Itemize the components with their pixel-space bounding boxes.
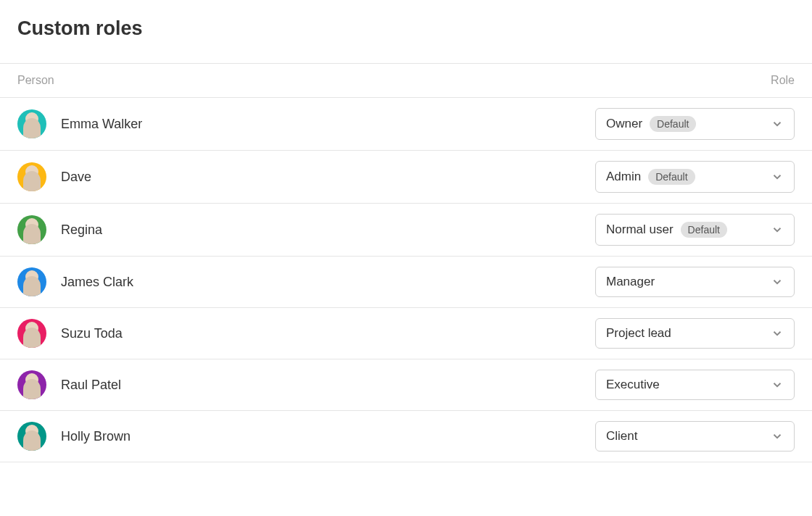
avatar xyxy=(17,422,46,451)
person-name: James Clark xyxy=(61,275,133,290)
table-row-0: Emma Walker Owner Default xyxy=(0,98,812,151)
chevron-down-icon xyxy=(771,223,784,236)
role-select[interactable]: Admin Default xyxy=(595,161,795,193)
table-header: Person Role xyxy=(0,63,812,98)
person-cell: Dave xyxy=(17,162,91,191)
table-row-5: Raul Patel Executive xyxy=(0,359,812,411)
chevron-down-icon xyxy=(771,170,784,183)
avatar xyxy=(17,109,46,138)
person-cell: Regina xyxy=(17,215,102,244)
role-label: Owner xyxy=(606,117,642,131)
table-row-1: Dave Admin Default xyxy=(0,151,812,204)
role-label: Executive xyxy=(606,378,660,392)
role-select[interactable]: Owner Default xyxy=(595,108,795,140)
column-role-label: Role xyxy=(771,74,795,87)
person-name: Holly Brown xyxy=(61,429,130,444)
person-name: Emma Walker xyxy=(61,117,142,132)
avatar xyxy=(17,267,46,296)
chevron-down-icon xyxy=(771,378,784,391)
avatar xyxy=(17,319,46,348)
chevron-down-icon xyxy=(771,327,784,340)
default-badge: Default xyxy=(650,116,696,132)
default-badge: Default xyxy=(681,222,727,238)
person-cell: Emma Walker xyxy=(17,109,142,138)
person-name: Suzu Toda xyxy=(61,326,123,341)
avatar xyxy=(17,215,46,244)
person-name: Raul Patel xyxy=(61,378,121,393)
table-row-3: James Clark Manager xyxy=(0,257,812,308)
person-cell: James Clark xyxy=(17,267,133,296)
table-row-4: Suzu Toda Project lead xyxy=(0,308,812,359)
avatar xyxy=(17,162,46,191)
avatar xyxy=(17,370,46,399)
person-cell: Suzu Toda xyxy=(17,319,123,348)
role-select[interactable]: Executive xyxy=(595,370,795,400)
person-name: Regina xyxy=(61,222,102,238)
person-cell: Holly Brown xyxy=(17,422,130,451)
role-label: Manager xyxy=(606,275,655,289)
table-row-6: Holly Brown Client xyxy=(0,411,812,462)
chevron-down-icon xyxy=(771,430,784,443)
role-select[interactable]: Client xyxy=(595,421,795,452)
person-cell: Raul Patel xyxy=(17,370,121,399)
person-name: Dave xyxy=(61,170,91,185)
role-select[interactable]: Project lead xyxy=(595,318,795,349)
role-label: Project lead xyxy=(606,326,671,341)
default-badge: Default xyxy=(648,169,695,185)
table-row-2: Regina Normal user Default xyxy=(0,204,812,257)
role-label: Admin xyxy=(606,170,641,184)
role-label: Client xyxy=(606,429,637,444)
column-person-label: Person xyxy=(17,74,54,87)
role-select[interactable]: Manager xyxy=(595,267,795,297)
role-select[interactable]: Normal user Default xyxy=(595,214,795,246)
page-title: Custom roles xyxy=(17,17,795,40)
role-label: Normal user xyxy=(606,222,674,237)
chevron-down-icon xyxy=(771,275,784,288)
chevron-down-icon xyxy=(771,117,784,130)
